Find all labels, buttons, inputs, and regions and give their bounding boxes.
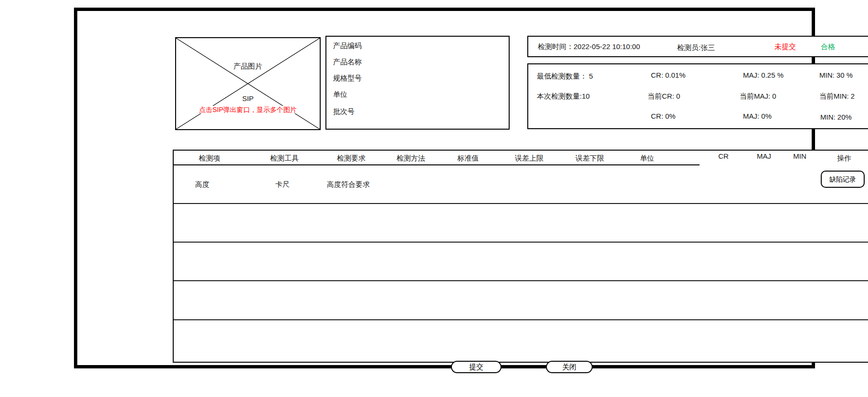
- row-divider: [174, 319, 868, 320]
- stat-current-maj: 当前MAJ: 0: [740, 92, 776, 101]
- col-header-action: 操作: [837, 154, 851, 163]
- field-label-unit: 单位: [333, 90, 347, 99]
- stat-cr-limit: CR: 0.01%: [651, 71, 686, 79]
- row-divider: [174, 203, 868, 204]
- product-image-placeholder[interactable]: 产品图片 SIP 点击SIP弹出窗口，显示多个图片: [175, 37, 321, 130]
- stat-current-cr: 当前CR: 0: [648, 92, 680, 101]
- stat-current-sample-qty: 本次检测数量:10: [537, 92, 590, 101]
- stat-min-sample-qty: 最低检测数量： 5: [537, 72, 593, 81]
- submit-button[interactable]: 提交: [451, 361, 502, 373]
- col-header-method: 检测方法: [397, 154, 425, 163]
- stat-cr-rate: CR: 0%: [651, 112, 676, 120]
- sip-hint-text: 点击SIP弹出窗口，显示多个图片: [176, 106, 320, 114]
- col-header-tool: 检测工具: [270, 154, 299, 163]
- row-divider: [174, 242, 868, 243]
- col-header-requirement: 检测要求: [337, 154, 366, 163]
- col-header-standard: 标准值: [458, 154, 479, 163]
- sip-link[interactable]: SIP: [176, 94, 320, 102]
- col-header-min: MIN: [793, 152, 806, 160]
- dialog-frame: 产品图片 SIP 点击SIP弹出窗口，显示多个图片 产品编码 产品名称 规格型号…: [74, 8, 815, 368]
- cell-requirement: 高度符合要求: [327, 180, 370, 189]
- inspector-name: 检测员:张三: [677, 43, 715, 52]
- stat-maj-limit: MAJ: 0.25 %: [743, 71, 784, 79]
- col-header-maj: MAJ: [757, 152, 771, 160]
- col-header-item: 检测项: [199, 154, 220, 163]
- header-underline: [174, 164, 700, 165]
- field-label-product-name: 产品名称: [333, 58, 362, 67]
- row-divider: [174, 280, 868, 281]
- inspection-items-table: 检测项 检测工具 检测要求 检测方法 标准值 误差上限 误差下限 单位 CR M…: [173, 150, 868, 363]
- submit-status-badge: 未提交: [774, 42, 796, 51]
- defect-record-button[interactable]: 缺陷记录: [821, 171, 865, 188]
- col-header-cr: CR: [718, 152, 729, 160]
- cell-item: 高度: [195, 180, 209, 189]
- image-placeholder-cross-icon: [176, 38, 320, 129]
- col-header-lower-tol: 误差下限: [575, 154, 604, 163]
- stat-min-limit: MIN: 30 %: [819, 71, 853, 79]
- close-button[interactable]: 关闭: [546, 361, 593, 373]
- col-header-upper-tol: 误差上限: [515, 154, 544, 163]
- field-label-spec-model: 规格型号: [333, 74, 362, 83]
- aql-stats-panel: 最低检测数量： 5 CR: 0.01% MAJ: 0.25 % MIN: 30 …: [527, 63, 868, 129]
- col-header-unit: 单位: [640, 154, 654, 163]
- stat-min-rate: MIN: 20%: [820, 113, 852, 121]
- cell-tool: 卡尺: [275, 180, 290, 189]
- field-label-product-code: 产品编码: [333, 41, 362, 51]
- stat-current-min: 当前MIN: 2: [819, 92, 855, 101]
- product-image-label: 产品图片: [176, 62, 320, 71]
- product-info-panel: 产品编码 产品名称 规格型号 单位 批次号: [325, 36, 510, 130]
- field-label-batch-number: 批次号: [333, 107, 355, 116]
- inspection-header-panel: 检测时间：2022-05-22 10:10:00 检测员:张三 未提交 合格: [527, 36, 868, 57]
- inspection-time: 检测时间：2022-05-22 10:10:00: [538, 42, 640, 51]
- result-status-badge: 合格: [821, 42, 835, 51]
- stat-maj-rate: MAJ: 0%: [743, 112, 772, 120]
